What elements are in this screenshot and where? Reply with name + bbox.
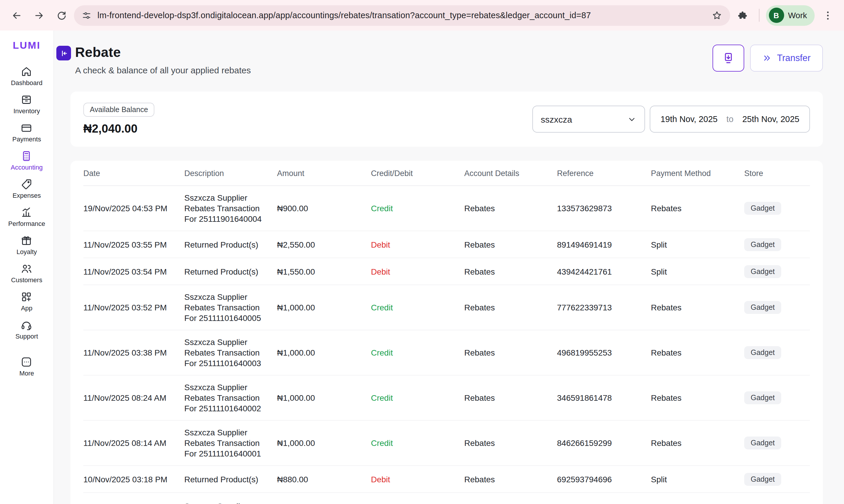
sidebar-item-expenses[interactable]: Expenses xyxy=(8,178,45,199)
sidebar-item-more[interactable]: More xyxy=(8,356,45,377)
cell-credit-debit: Debit xyxy=(371,474,464,484)
site-info-icon[interactable] xyxy=(82,10,92,20)
table-row[interactable]: 10/Nov/2025 03:18 PM Returned Product(s)… xyxy=(83,466,810,493)
payments-icon xyxy=(21,122,33,134)
app-icon xyxy=(21,291,33,303)
cell-payment-method: Rebates xyxy=(651,203,744,213)
date-to: 25th Nov, 2025 xyxy=(742,114,800,124)
table-body: 19/Nov/2025 04:53 PM Sszxcza Supplier Re… xyxy=(83,186,810,504)
sidebar-item-label: Loyalty xyxy=(16,248,37,255)
sidebar-item-app[interactable]: App xyxy=(8,291,45,311)
supplier-select-value: sszxcza xyxy=(541,114,572,124)
cell-credit-debit: Credit xyxy=(371,303,464,312)
sidebar-item-payments[interactable]: Payments xyxy=(8,122,45,143)
store-badge: Gadget xyxy=(744,473,781,486)
column-header: Credit/Debit xyxy=(371,169,464,178)
sidebar-item-label: Expenses xyxy=(13,192,41,199)
sidebar-item-dashboard[interactable]: Dashboard xyxy=(8,66,45,86)
sidebar-item-accounting[interactable]: Accounting xyxy=(8,150,45,171)
sidebar-item-performance[interactable]: Performance xyxy=(8,206,45,227)
sidebar-item-label: Support xyxy=(15,333,38,340)
available-balance-amount: ₦2,040.00 xyxy=(83,122,154,136)
cell-store: Gadget xyxy=(744,473,810,486)
extensions-icon[interactable] xyxy=(733,6,752,25)
store-badge: Gadget xyxy=(744,238,781,251)
accounting-icon xyxy=(21,150,33,162)
sidebar-item-customers[interactable]: Customers xyxy=(8,263,45,283)
store-badge: Gadget xyxy=(744,202,781,215)
table-row[interactable]: 19/Nov/2025 04:53 PM Sszxcza Supplier Re… xyxy=(83,186,810,231)
sidebar-toggle-icon[interactable] xyxy=(56,46,71,60)
cell-description: Sszxcza Supplier Rebates Transaction For… xyxy=(184,292,277,323)
more-icon xyxy=(21,356,33,368)
cell-amount: ₦1,550.00 xyxy=(277,267,371,276)
table-row[interactable]: 11/Nov/2025 03:54 PM Returned Product(s)… xyxy=(83,258,810,285)
cell-credit-debit: Debit xyxy=(371,267,464,276)
cell-date: 11/Nov/2025 03:38 PM xyxy=(83,348,184,357)
table-row[interactable]: 11/Nov/2025 08:24 AM Sszxcza Supplier Re… xyxy=(83,376,810,421)
sidebar-item-label: App xyxy=(21,305,32,311)
table-header: DateDescriptionAmountCredit/DebitAccount… xyxy=(83,161,810,186)
cell-amount: ₦880.00 xyxy=(277,474,371,484)
cell-payment-method: Split xyxy=(651,474,744,484)
column-header: Payment Method xyxy=(651,169,744,178)
transfer-label: Transfer xyxy=(777,53,810,64)
reload-button[interactable] xyxy=(52,6,70,25)
bookmark-star-icon[interactable] xyxy=(711,10,722,21)
table-row[interactable]: 11/Nov/2025 08:14 AM Sszxcza Supplier Re… xyxy=(83,421,810,466)
cell-store: Gadget xyxy=(744,346,810,359)
cell-reference: 346591861478 xyxy=(557,393,651,402)
store-badge: Gadget xyxy=(744,436,781,449)
cell-account-details: Rebates xyxy=(464,203,557,213)
cell-date: 11/Nov/2025 03:52 PM xyxy=(83,303,184,312)
cell-account-details: Rebates xyxy=(464,438,557,448)
table-row[interactable]: 11/Nov/2025 03:38 PM Sszxcza Supplier Re… xyxy=(83,330,810,376)
lumi-logo: LUMI xyxy=(13,40,40,52)
cell-date: 11/Nov/2025 03:55 PM xyxy=(83,240,184,249)
sidebar-item-label: Payments xyxy=(12,136,41,143)
sidebar-item-loyalty[interactable]: Loyalty xyxy=(8,235,45,255)
browser-menu-icon[interactable] xyxy=(818,6,837,25)
cell-amount: ₦1,000.00 xyxy=(277,438,371,448)
store-badge: Gadget xyxy=(744,301,781,314)
url-bar[interactable]: lm-frontend-develop-dsp3f.ondigitalocean… xyxy=(74,5,730,25)
store-badge: Gadget xyxy=(744,346,781,359)
column-header: Description xyxy=(184,169,277,178)
cell-date: 11/Nov/2025 08:14 AM xyxy=(83,438,184,448)
url-text: lm-frontend-develop-dsp3f.ondigitalocean… xyxy=(97,11,705,20)
sidebar: LUMI DashboardInventoryPaymentsAccountin… xyxy=(0,31,54,504)
column-header: Store xyxy=(744,169,810,178)
export-button[interactable] xyxy=(713,44,744,72)
cell-account-details: Rebates xyxy=(464,303,557,312)
transfer-button[interactable]: Transfer xyxy=(750,44,823,72)
cell-description: Sszxcza Supplier xyxy=(184,501,277,504)
browser-toolbar: lm-frontend-develop-dsp3f.ondigitalocean… xyxy=(0,0,844,31)
cell-amount: ₦900.00 xyxy=(277,203,371,213)
loyalty-icon xyxy=(21,235,33,247)
cell-store: Gadget xyxy=(744,301,810,314)
cell-account-details: Rebates xyxy=(464,474,557,484)
store-badge: Gadget xyxy=(744,391,781,404)
store-badge: Gadget xyxy=(744,265,781,278)
profile-chip[interactable]: B Work xyxy=(766,5,815,25)
date-range-picker[interactable]: 19th Nov, 2025 to 25th Nov, 2025 xyxy=(650,106,810,132)
back-button[interactable] xyxy=(7,6,26,25)
avatar: B xyxy=(769,7,784,23)
profile-label: Work xyxy=(788,11,807,20)
supplier-select[interactable]: sszxcza xyxy=(533,106,645,132)
sidebar-item-support[interactable]: Support xyxy=(8,319,45,340)
table-row[interactable]: 11/Nov/2025 03:55 PM Returned Product(s)… xyxy=(83,231,810,258)
cell-credit-debit: Credit xyxy=(371,203,464,213)
cell-store: Gadget xyxy=(744,238,810,251)
forward-button[interactable] xyxy=(29,6,48,25)
cell-account-details: Rebates xyxy=(464,240,557,249)
table-row[interactable]: Sszxcza Supplier xyxy=(83,493,810,504)
sidebar-item-label: Inventory xyxy=(14,107,40,114)
cell-description: Returned Product(s) xyxy=(184,474,277,484)
cell-description: Returned Product(s) xyxy=(184,266,277,277)
sidebar-item-inventory[interactable]: Inventory xyxy=(8,94,45,114)
cell-amount: ₦1,000.00 xyxy=(277,393,371,402)
cell-reference: 133573629873 xyxy=(557,203,651,213)
cell-description: Sszxcza Supplier Rebates Transaction For… xyxy=(184,427,277,459)
table-row[interactable]: 11/Nov/2025 03:52 PM Sszxcza Supplier Re… xyxy=(83,285,810,330)
